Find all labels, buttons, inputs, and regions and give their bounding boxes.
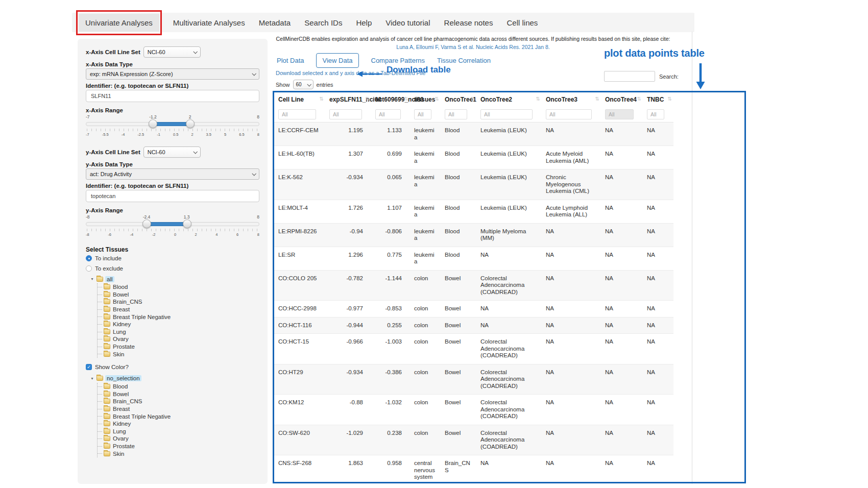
- tree-root-no-selection[interactable]: ▾no_selection: [90, 374, 259, 383]
- tree-item-skin[interactable]: Skin: [98, 450, 259, 457]
- cell-tnbc: NA: [643, 169, 673, 200]
- x-data-type-select[interactable]: exp: mRNA Expression (Z-Score): [86, 68, 259, 80]
- tree-item-bowel[interactable]: Bowel: [98, 391, 259, 398]
- table-row-le-hl-60-tb[interactable]: LE:HL-60(TB)1.3070.699leukemiaBloodLeuke…: [274, 146, 673, 169]
- collapse-icon[interactable]: ▾: [90, 277, 94, 281]
- table-row-co-hct-116[interactable]: CO:HCT-116-0.9440.255colonBowelNANANANA: [274, 317, 673, 334]
- tree-item-ovary[interactable]: Ovary: [98, 335, 259, 343]
- slider-handle-low[interactable]: [142, 219, 151, 228]
- tree-item-brain-cns[interactable]: Brain_CNS: [98, 398, 259, 405]
- filter-input-oncotree2[interactable]: [480, 109, 533, 119]
- slider-handle-high[interactable]: [183, 219, 191, 228]
- tissue-exclude-radio[interactable]: To exclude: [86, 263, 259, 274]
- y-cell-line-set-select[interactable]: NCI-60: [143, 147, 201, 158]
- tab-view-data[interactable]: View Data: [316, 53, 358, 68]
- page: Univariate AnalysesMultivariate Analyses…: [0, 0, 868, 488]
- table-row-co-sw-620[interactable]: CO:SW-620-1.0290.238colonBowelColorectal…: [274, 425, 673, 455]
- table-row-cns-sf-268[interactable]: CNS:SF-2681.8630.958central nervous syst…: [274, 455, 673, 484]
- nav-item-metadata[interactable]: Metadata: [259, 18, 291, 27]
- search-input[interactable]: [604, 71, 655, 82]
- table-row-le-ccrf-cem[interactable]: LE:CCRF-CEM1.1951.133leukemiaBloodLeukem…: [274, 123, 673, 146]
- y-cell-line-set-value: NCI-60: [148, 149, 165, 155]
- nav-item-search-ids[interactable]: Search IDs: [304, 18, 342, 27]
- x-identifier-input[interactable]: SLFN11: [86, 90, 259, 102]
- nav-item-release-notes[interactable]: Release notes: [444, 18, 493, 27]
- tree-item-bowel[interactable]: Bowel: [98, 291, 259, 299]
- tree-item-blood[interactable]: Blood: [98, 383, 259, 391]
- tree-item-breast-triple-negative[interactable]: Breast Triple Negative: [98, 412, 259, 420]
- range-low-value: -2.4: [143, 214, 151, 219]
- column-header-tissues[interactable]: tissues⇅: [410, 92, 441, 106]
- tree-item-kidney[interactable]: Kidney: [98, 420, 259, 428]
- cell-oncotree4: NA: [601, 223, 643, 247]
- tree-item-breast[interactable]: Breast: [98, 306, 259, 313]
- tree-item-lung[interactable]: Lung: [98, 328, 259, 336]
- x-cell-line-set-select[interactable]: NCI-60: [143, 46, 201, 58]
- filter-input-tissues[interactable]: [414, 109, 431, 119]
- filter-input-tnbc[interactable]: [647, 109, 664, 119]
- table-row-le-rpmi-8226[interactable]: LE:RPMI-8226-0.94-0.806leukemiaBloodMult…: [274, 223, 673, 247]
- tree-item-prostate[interactable]: Prostate: [98, 443, 259, 450]
- tab-tissue-correlation[interactable]: Tissue Correlation: [437, 57, 491, 64]
- table-row-le-molt-4[interactable]: LE:MOLT-41.7261.107leukemiaBloodLeukemia…: [274, 200, 673, 223]
- entries-select[interactable]: 60: [293, 80, 314, 89]
- slider-handle-low[interactable]: [149, 119, 157, 128]
- cell-oncotree2: Leukemia (LEUK): [476, 200, 542, 223]
- annotation-plot-table: plot data points table: [604, 47, 705, 59]
- citation-link[interactable]: Luna A, Elloumi F, Varma S et al. Nuclei…: [396, 44, 549, 50]
- cell-oncotree1: Blood: [441, 169, 476, 200]
- tree-item-lung[interactable]: Lung: [98, 428, 259, 435]
- column-header-oncotree2[interactable]: OncoTree2⇅: [476, 92, 542, 106]
- collapse-icon[interactable]: ▾: [90, 376, 94, 381]
- table-row-co-hcc-2998[interactable]: CO:HCC-2998-0.977-0.853colonBowelNANANAN…: [274, 301, 673, 318]
- filter-input-oncotree4[interactable]: [605, 109, 634, 119]
- filter-input-oncotree3[interactable]: [546, 109, 592, 119]
- table-row-co-km12[interactable]: CO:KM12-0.88-1.032colonBowelColorectal A…: [274, 395, 673, 425]
- column-header-act609699-nci60[interactable]: act609699_nci60⇅: [371, 92, 410, 106]
- tree-item-kidney[interactable]: Kidney: [98, 321, 259, 328]
- tree-item-breast-triple-negative[interactable]: Breast Triple Negative: [98, 313, 259, 321]
- tissue-include-radio[interactable]: To include: [86, 253, 259, 263]
- tree-root-all[interactable]: ▾all: [90, 275, 259, 283]
- filter-input-oncotree1[interactable]: [445, 109, 467, 119]
- x-axis-range-slider[interactable]: -78-1.22-7-5.5-4-2.5-10.523.556.58: [86, 114, 259, 138]
- tab-compare-patterns[interactable]: Compare Patterns: [371, 57, 425, 64]
- nav-item-help[interactable]: Help: [356, 18, 372, 27]
- table-row-co-ht29[interactable]: CO:HT29-0.934-0.386colonBowelColorectal …: [274, 364, 673, 395]
- table-row-le-sr[interactable]: LE:SR1.2960.775leukemiaBloodNANANANA: [274, 247, 673, 270]
- tab-plot-data[interactable]: Plot Data: [277, 57, 304, 64]
- tree-item-blood[interactable]: Blood: [98, 283, 259, 291]
- cell-oncotree3: NA: [542, 425, 601, 455]
- column-header-cell-line[interactable]: Cell Line⇅: [274, 92, 325, 106]
- column-header-oncotree1[interactable]: OncoTree1⇅: [441, 92, 476, 106]
- tree-item-skin[interactable]: Skin: [98, 350, 259, 358]
- y-identifier-input[interactable]: topotecan: [86, 190, 259, 202]
- y-axis-range-slider[interactable]: -88-2.41.3-8-6-4-202468: [86, 214, 259, 238]
- select-tissues-title: Select Tissues: [86, 246, 259, 253]
- y-data-type-select[interactable]: act: Drug Activity: [86, 168, 259, 180]
- filter-input-cell-line[interactable]: [278, 109, 316, 119]
- nav-item-multivariate-analyses[interactable]: Multivariate Analyses: [173, 18, 245, 27]
- nav-item-cell-lines[interactable]: Cell lines: [507, 18, 538, 27]
- table-row-le-k-562[interactable]: LE:K-562-0.9340.065leukemiaBloodLeukemia…: [274, 169, 673, 200]
- column-header-tnbc[interactable]: TNBC⇅: [643, 92, 673, 106]
- cell-oncotree1: Bowel: [441, 425, 476, 455]
- tree-item-ovary[interactable]: Ovary: [98, 435, 259, 443]
- filter-input-expslfn11-nci60[interactable]: [329, 109, 362, 119]
- sort-icon: ⇅: [668, 96, 672, 102]
- range-max-label: 8: [257, 214, 259, 219]
- tree-item-breast[interactable]: Breast: [98, 405, 259, 413]
- tree-item-brain-cns[interactable]: Brain_CNS: [98, 298, 259, 306]
- show-color-checkbox[interactable]: Show Color?: [86, 362, 259, 372]
- slider-handle-high[interactable]: [186, 119, 195, 128]
- cell-expslfn11-nci60: -0.782: [325, 270, 371, 301]
- table-row-co-hct-15[interactable]: CO:HCT-15-0.966-1.003colonBowelColorecta…: [274, 334, 673, 364]
- column-header-oncotree4[interactable]: OncoTree4⇅: [601, 92, 643, 106]
- nav-item-univariate-analyses[interactable]: Univariate Analyses: [79, 14, 159, 32]
- nav-item-video-tutorial[interactable]: Video tutorial: [385, 18, 430, 27]
- column-header-expslfn11-nci60[interactable]: expSLFN11_nci60⇅: [325, 92, 371, 106]
- tree-item-prostate[interactable]: Prostate: [98, 343, 259, 351]
- filter-input-act609699-nci60[interactable]: [375, 109, 401, 119]
- table-row-co-colo-205[interactable]: CO:COLO 205-0.782-1.144colonBowelColorec…: [274, 270, 673, 301]
- column-header-oncotree3[interactable]: OncoTree3⇅: [542, 92, 601, 106]
